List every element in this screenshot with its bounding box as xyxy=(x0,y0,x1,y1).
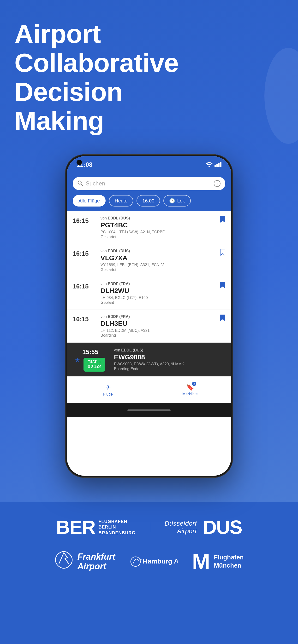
search-input-placeholder: Suchen xyxy=(86,180,211,187)
badge-count: 2 xyxy=(192,382,196,386)
hamburg-logo: Hamburg Airport xyxy=(129,552,178,571)
svg-line-1 xyxy=(81,184,83,186)
title-line-1: Airport xyxy=(14,19,101,48)
flight-details: PC 1004, LTFJ (SAW), A21N, TCRBF xyxy=(100,230,220,234)
phone-screen: 11:08 xyxy=(67,156,231,476)
hero-section: Airport Collaborative Decision Making 11… xyxy=(0,0,298,502)
flight-details: EWG9008, EDWX (GWT), A320, 9HAMK xyxy=(114,362,225,366)
munich-m-letter: M xyxy=(192,551,210,572)
flight-info: von EDDF (FRA) DLH2WU LH 934, EGLC (LCY)… xyxy=(97,282,220,305)
info-icon[interactable]: i xyxy=(214,180,221,187)
logos-row-1: BER FLUGHAFENBERLINBRANDENBURG Düsseldor… xyxy=(14,516,284,538)
filter-chip-heute[interactable]: Heute xyxy=(109,195,133,206)
dus-text-wrapper: Düsseldorf Airport xyxy=(165,520,197,535)
flight-time: 15:55 xyxy=(82,348,106,356)
flight-origin: von EDDL (DUS) xyxy=(100,249,220,253)
hamburg-svg-logo: Hamburg Airport xyxy=(129,552,178,569)
title-line-2: Collaborative xyxy=(14,48,179,78)
flight-info: von EDDF (FRA) DLH3EU LH 112, EDDM (MUC)… xyxy=(97,314,220,338)
frankfurt-svg-icon xyxy=(54,550,73,570)
flight-row[interactable]: 16:15 von EDDF (FRA) DLH3EU LH 112, EDDM… xyxy=(67,310,231,342)
flight-time: 16:15 xyxy=(73,216,97,224)
flight-origin: von EDDL (DUS) xyxy=(114,348,225,352)
nav-item-flights[interactable]: ✈ Flüge xyxy=(67,377,149,403)
status-bar: 11:08 xyxy=(67,156,231,173)
flight-row[interactable]: 16:15 von EDDL (DUS) VLG7XA VY 1899, LEB… xyxy=(67,244,231,277)
nav-label-flights: Flüge xyxy=(103,392,113,396)
flight-status: Gestartet xyxy=(100,268,220,272)
star-icon: ★ xyxy=(73,356,82,364)
nav-badge-merkliste: 🔖 2 xyxy=(186,384,194,391)
flight-callsign: VLG7XA xyxy=(100,254,220,262)
search-icon xyxy=(77,180,83,187)
flight-time: 16:15 xyxy=(73,314,97,323)
flight-details: LH 112, EDDM (MUC), A321 xyxy=(100,328,220,333)
munich-logo: M Flughafen München xyxy=(192,551,244,572)
bookmark-icon[interactable] xyxy=(220,314,225,322)
ber-line1: FLUGHAFENBERLINBRANDENBURG xyxy=(99,519,135,536)
flight-row[interactable]: 16:15 von EDDL (DUS) PGT4BC PC 1004, LTF… xyxy=(67,211,231,244)
dus-code: DUS xyxy=(203,516,242,538)
flight-status: Boarding xyxy=(100,333,220,338)
filter-chip-alle-fluege[interactable]: Alle Flüge xyxy=(73,195,106,206)
flight-info: von EDDL (DUS) PGT4BC PC 1004, LTFJ (SAW… xyxy=(97,216,220,239)
nav-label-merkliste: Merkliste xyxy=(182,392,198,396)
flights-nav-icon: ✈ xyxy=(105,383,111,391)
flight-callsign: DLH3EU xyxy=(100,320,220,328)
munich-text-block: Flughafen München xyxy=(214,554,244,570)
clock-icon: 🕐 xyxy=(169,198,175,204)
flight-details: VY 1899, LEBL (BCN), A321, ECNLV xyxy=(100,263,220,267)
logos-section: BER FLUGHAFENBERLINBRANDENBURG Düsseldor… xyxy=(0,502,298,604)
munich-text: Flughafen München xyxy=(214,554,244,570)
signal-bars-icon xyxy=(215,162,221,167)
airport-text: Airport xyxy=(177,527,197,535)
frankfurt-logo: Frankfurt Airport xyxy=(54,550,115,572)
nav-item-merkliste[interactable]: 🔖 2 Merkliste xyxy=(149,377,231,403)
flight-row-highlighted[interactable]: ★ 15:55 TSAT in 02:52 von EDDL (DUS) xyxy=(67,342,231,376)
svg-point-2 xyxy=(131,557,140,566)
wifi-icon xyxy=(206,162,213,167)
filter-chip-location[interactable]: 🕐 Lok xyxy=(163,195,191,206)
flight-status: Gestartet xyxy=(100,235,220,239)
flight-origin: von EDDF (FRA) xyxy=(100,314,220,319)
logos-row-2: Frankfurt Airport Hamburg Airport M Flug… xyxy=(14,550,284,572)
flight-time: 16:15 xyxy=(73,249,97,257)
flight-status: Geplant xyxy=(100,300,220,305)
ber-text-block: FLUGHAFENBERLINBRANDENBURG xyxy=(99,519,135,536)
title-line-3: Decision xyxy=(14,77,122,106)
bookmark-icon[interactable] xyxy=(220,249,225,256)
phone-frame: 11:08 xyxy=(65,154,233,478)
frankfurt-icon xyxy=(54,550,73,572)
logo-divider xyxy=(150,522,150,532)
ber-code: BER xyxy=(56,516,95,538)
flight-callsign: EWG9008 xyxy=(114,354,225,361)
status-icons xyxy=(206,162,221,167)
flight-row[interactable]: 16:15 von EDDF (FRA) DLH2WU LH 934, EGLC… xyxy=(67,277,231,310)
flight-info: von EDDL (DUS) VLG7XA VY 1899, LEBL (BCN… xyxy=(97,249,220,272)
filter-section: Alle Flüge Heute 16:00 🕐 Lok xyxy=(67,195,231,211)
flight-info: von EDDL (DUS) EWG9008 EWG9008, EDWX (GW… xyxy=(110,348,225,371)
phone-wrapper: 11:08 xyxy=(14,150,284,492)
camera-notch xyxy=(77,160,82,165)
flight-details: LH 934, EGLC (LCY), E190 xyxy=(100,296,220,300)
title-line-4: Making xyxy=(14,106,104,135)
tsat-badge: TSAT in 02:52 xyxy=(83,358,105,372)
search-bar[interactable]: Suchen i xyxy=(73,177,225,190)
filter-chip-time[interactable]: 16:00 xyxy=(136,195,160,206)
flight-origin: von EDDL (DUS) xyxy=(100,216,220,220)
bookmark-icon[interactable] xyxy=(220,282,225,290)
flight-status: Boarding Ende xyxy=(114,367,225,371)
bookmark-icon[interactable] xyxy=(220,216,225,224)
svg-text:Hamburg Airport: Hamburg Airport xyxy=(143,558,178,565)
search-section: Suchen i xyxy=(67,173,231,195)
hero-title: Airport Collaborative Decision Making xyxy=(14,19,284,135)
frankfurt-text: Frankfurt Airport xyxy=(77,552,115,571)
dusseldorf-text: Düsseldorf xyxy=(165,520,197,527)
flight-time: 16:15 xyxy=(73,282,97,290)
bottom-nav: ✈ Flüge 🔖 2 Merkliste xyxy=(67,376,231,403)
flight-callsign: PGT4BC xyxy=(100,222,220,229)
dus-logo: Düsseldorf Airport DUS xyxy=(165,516,242,538)
flights-list: 16:15 von EDDL (DUS) PGT4BC PC 1004, LTF… xyxy=(67,211,231,376)
flight-callsign: DLH2WU xyxy=(100,287,220,295)
flight-origin: von EDDF (FRA) xyxy=(100,282,220,286)
